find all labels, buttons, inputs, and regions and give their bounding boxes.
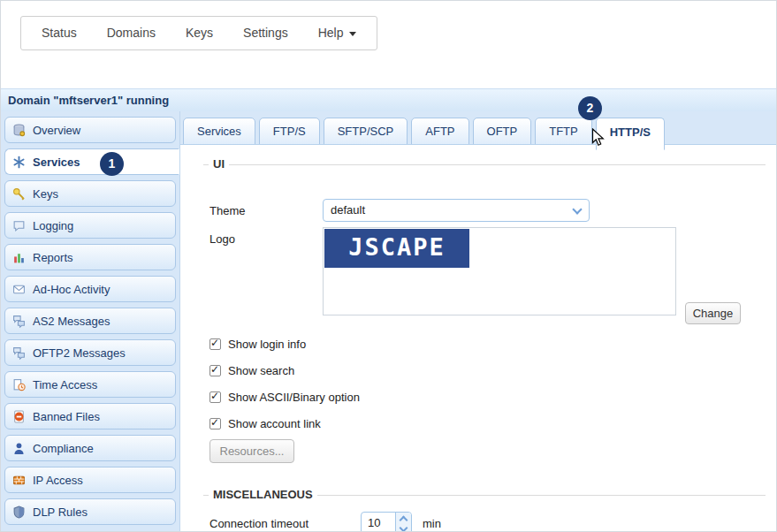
resources-button[interactable]: Resources... <box>209 439 294 463</box>
connection-timeout-value: 10 <box>368 516 380 529</box>
sidebar-item-label: Keys <box>33 187 58 201</box>
connection-timeout-input[interactable]: 10 <box>361 512 412 532</box>
sidebar-item-label: Services <box>33 156 80 169</box>
sidebar-item-label: Ad-Hoc Activity <box>33 283 110 296</box>
tab-services[interactable]: Services <box>183 118 255 145</box>
checkbox-label: Show ASCII/Binary option <box>228 391 360 404</box>
tabstrip-divider <box>180 144 777 145</box>
sidebar-item-logging[interactable]: Logging <box>4 212 176 239</box>
show-search-row[interactable]: Show search <box>209 364 294 377</box>
sidebar-item-label: Reports <box>33 251 73 264</box>
sidebar: Overview Services Keys Logging Reports A… <box>1 111 180 532</box>
sidebar-item-label: DLP Rules <box>33 505 88 519</box>
miscellaneous-fieldset: MISCELLANEOUS Connection timeout 10 min <box>203 495 766 532</box>
show-login-info-checkbox[interactable] <box>209 338 221 350</box>
menu-keys[interactable]: Keys <box>171 17 228 49</box>
sidebar-item-as2-messages[interactable]: AS2 Messages <box>4 308 176 334</box>
menu-help[interactable]: Help <box>303 17 372 49</box>
show-account-link-row[interactable]: Show account link <box>209 417 321 430</box>
firewall-icon <box>12 474 26 487</box>
spinner-buttons[interactable] <box>395 513 411 532</box>
clock-page-icon <box>12 378 26 391</box>
banned-icon <box>12 410 26 423</box>
sidebar-item-banned-files[interactable]: Banned Files <box>4 403 176 429</box>
theme-select[interactable]: default <box>323 199 590 222</box>
ui-fieldset-legend: UI <box>209 157 229 171</box>
show-login-info-row[interactable]: Show login info <box>209 338 306 351</box>
main-panel: Services FTP/S SFTP/SCP AFTP OFTP TFTP H… <box>180 111 777 532</box>
sidebar-item-label: Compliance <box>33 442 94 455</box>
tab-ftps[interactable]: FTP/S <box>259 118 320 145</box>
sidebar-item-label: OFTP2 Messages <box>33 346 126 360</box>
sidebar-item-label: AS2 Messages <box>33 315 110 328</box>
person-icon <box>12 442 26 455</box>
chevron-down-icon <box>572 204 582 214</box>
tab-aftp[interactable]: AFTP <box>411 118 468 145</box>
sidebar-item-oftp2-messages[interactable]: OFTP2 Messages <box>4 339 176 366</box>
sidebar-item-reports[interactable]: Reports <box>4 244 176 270</box>
sidebar-item-dlp-rules[interactable]: DLP Rules <box>4 498 176 525</box>
top-menubar: Status Domains Keys Settings Help <box>20 16 377 50</box>
callout-badge-1: 1 <box>100 152 124 176</box>
miscellaneous-fieldset-legend: MISCELLANEOUS <box>209 488 317 501</box>
sidebar-item-label: Banned Files <box>33 410 100 423</box>
checkbox-label: Show login info <box>228 338 306 351</box>
overview-icon <box>12 124 26 137</box>
menu-help-label: Help <box>318 26 344 40</box>
sidebar-item-services[interactable]: Services <box>4 148 179 175</box>
services-icon <box>12 156 26 169</box>
logo-label: Logo <box>209 232 235 246</box>
envelope-icon <box>12 283 26 296</box>
sidebar-item-keys[interactable]: Keys <box>4 180 176 207</box>
sidebar-item-overview[interactable]: Overview <box>4 117 176 143</box>
double-bubble-icon <box>12 346 26 360</box>
bar-chart-icon <box>12 251 26 264</box>
mouse-cursor <box>591 128 607 148</box>
https-settings-panel: UI Theme default Logo JSCAPE Change Show… <box>180 145 777 532</box>
ui-fieldset: UI Theme default Logo JSCAPE Change Show… <box>203 164 766 483</box>
spinner-down-icon[interactable] <box>400 524 408 532</box>
speech-bubble-icon <box>12 219 26 232</box>
tab-oftp[interactable]: OFTP <box>473 118 532 145</box>
show-search-checkbox[interactable] <box>209 365 221 376</box>
checkbox-label: Show search <box>228 364 294 377</box>
connection-timeout-label: Connection timeout <box>209 517 309 530</box>
theme-label: Theme <box>209 204 245 217</box>
service-tabstrip: Services FTP/S SFTP/SCP AFTP OFTP TFTP H… <box>180 111 777 145</box>
menu-settings[interactable]: Settings <box>228 17 303 49</box>
menu-status[interactable]: Status <box>27 17 92 49</box>
change-logo-button[interactable]: Change <box>685 302 741 324</box>
jscape-logo: JSCAPE <box>324 229 469 268</box>
app-window: Status Domains Keys Settings Help Domain… <box>0 0 777 532</box>
tab-sftpscp[interactable]: SFTP/SCP <box>324 118 408 145</box>
callout-badge-2: 2 <box>578 96 602 120</box>
show-account-link-checkbox[interactable] <box>209 418 221 429</box>
key-icon <box>12 187 26 201</box>
show-ascii-binary-checkbox[interactable] <box>209 391 221 403</box>
tab-tftp[interactable]: TFTP <box>535 118 592 145</box>
sidebar-item-label: IP Access <box>33 474 83 487</box>
checkbox-label: Show account link <box>228 417 321 430</box>
show-ascii-binary-row[interactable]: Show ASCII/Binary option <box>209 391 360 404</box>
sidebar-item-compliance[interactable]: Compliance <box>4 435 176 461</box>
sidebar-item-adhoc-activity[interactable]: Ad-Hoc Activity <box>4 276 176 302</box>
shield-icon <box>12 505 26 519</box>
sidebar-item-time-access[interactable]: Time Access <box>4 371 176 398</box>
theme-select-value: default <box>331 203 365 217</box>
menu-domains[interactable]: Domains <box>92 17 171 49</box>
sidebar-item-label: Logging <box>33 219 73 232</box>
domain-status-text: Domain "mftserver1" running <box>8 94 169 107</box>
domain-status-bar: Domain "mftserver1" running <box>1 88 777 111</box>
sidebar-item-ip-access[interactable]: IP Access <box>4 467 176 493</box>
chevron-down-icon <box>349 32 356 36</box>
double-bubble-icon <box>12 315 26 328</box>
timeout-unit-label: min <box>423 517 441 530</box>
logo-preview-box: JSCAPE <box>323 227 676 315</box>
sidebar-item-label: Overview <box>33 124 80 137</box>
sidebar-item-label: Time Access <box>33 378 97 391</box>
